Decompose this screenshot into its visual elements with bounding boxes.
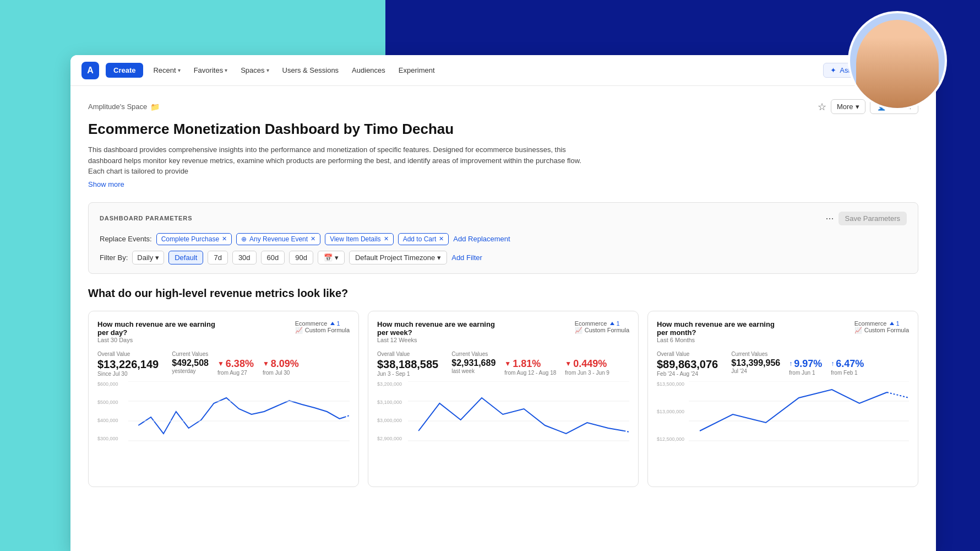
chart-badge: Ecommerce 1 [854,320,909,327]
overall-value: $13,226,149 [97,358,159,371]
calendar-button[interactable]: 📅 ▾ [318,251,345,264]
svg-marker-12 [890,322,894,325]
period-7d-button[interactable]: 7d [208,251,227,264]
show-more-link[interactable]: Show more [88,180,124,188]
svg-line-17 [887,392,909,398]
tag-remove-icon[interactable]: ✕ [439,235,444,242]
nav-item-users-sessions[interactable]: Users & Sessions [277,63,345,78]
logo: A [81,62,99,79]
formula-icon: 📈 [854,327,862,334]
chart-stats: Overall Value $13,226,149 Since Jul 30 C… [97,351,350,377]
chart-stats: Overall Value $38,188,585 Jun 3 - Sep 1 … [377,351,629,377]
chart-subtitle: Last 12 Weeks [377,337,498,343]
formula-icon: 📈 [295,327,303,334]
chevron-icon: ▾ [178,67,181,73]
y-axis: $13,500,000 $13,000,000 $12,500,000 [657,381,687,442]
chart-plot [689,381,909,444]
event-tag-add-to-cart[interactable]: Add to Cart ✕ [398,233,449,245]
stat-current: Current Values $492,508 yesterday ▼ 6.38… [172,351,299,376]
overall-value: $89,863,076 [657,358,718,371]
nav-item-favorites[interactable]: Favorites ▾ [188,63,233,78]
revenue-section-title: What do our high-level revenue metrics l… [88,287,918,300]
chart-formula: 📈 Custom Formula [295,327,350,334]
add-filter-button[interactable]: Add Filter [451,253,482,262]
star-button[interactable]: ☆ [818,101,826,113]
filter-icon: ⊕ [241,235,247,243]
chevron-down-icon: ▾ [155,253,159,262]
chart-badge: Ecommerce 1 [575,320,629,327]
delta-value: $492,508 [172,358,209,368]
chart-subtitle: Last 6 Months [657,337,778,343]
line-chart-svg [689,381,909,442]
svg-marker-0 [330,322,335,325]
event-tag-complete-purchase[interactable]: Complete Purchase ✕ [156,233,232,245]
chart-card-per-month: How much revenue are we earning per mont… [647,311,918,487]
granularity-select[interactable]: Daily ▾ [132,251,164,264]
line-chart-svg [128,381,350,442]
chart-badge: Ecommerce 1 [295,320,350,327]
chart-header: How much revenue are we earning per mont… [657,320,909,349]
event-tag-view-item[interactable]: View Item Details ✕ [325,233,393,245]
stat-overall: Overall Value $89,863,076 Feb '24 - Aug … [657,351,718,377]
chevron-down-icon: ▾ [335,253,339,262]
create-button[interactable]: Create [106,63,143,78]
nav-item-experiment[interactable]: Experiment [393,63,440,78]
period-90d-button[interactable]: 90d [289,251,313,264]
folder-icon: 📁 [150,102,160,111]
params-actions: ··· Save Parameters [826,212,907,225]
stat-overall: Overall Value $13,226,149 Since Jul 30 [97,351,159,377]
add-replacement-button[interactable]: Add Replacement [453,235,510,243]
page-title: Ecommerce Monetization Dashboard by Timo… [88,121,918,138]
chart-subtitle: Last 30 Days [97,337,219,343]
chart-area: $3,200,000 $3,100,000 $3,000,000 $2,900,… [377,381,629,444]
sparkle-icon: ✦ [830,66,836,74]
period-default-button[interactable]: Default [168,251,203,264]
delta-value: $13,399,956 [731,358,780,368]
replace-events-row: Replace Events: Complete Purchase ✕ ⊕ An… [100,233,907,245]
delta-pct-2: ▼ 0.449% [565,358,609,370]
params-menu-button[interactable]: ··· [826,213,834,224]
chart-formula: 📈 Custom Formula [854,327,909,334]
stat-overall: Overall Value $38,188,585 Jun 3 - Sep 1 [377,351,438,377]
period-60d-button[interactable]: 60d [261,251,285,264]
delta-pct-2: ↑ 6.47% [831,358,864,370]
stat-current: Current Values $2,931,689 last week ▼ 1.… [451,351,609,376]
event-tag-any-revenue[interactable]: ⊕ Any Revenue Event ✕ [236,233,320,245]
arrow-down-icon: ▼ [504,360,511,368]
breadcrumb: Amplitude's Space 📁 ☆ More ▾ 👤 Subs... [88,99,918,114]
chart-title: How much revenue are we earning per week… [377,320,498,337]
tag-remove-icon[interactable]: ✕ [384,235,389,242]
chart-area: $13,500,000 $13,000,000 $12,500,000 [657,381,909,444]
calendar-icon: 📅 [324,253,333,262]
chevron-icon: ▾ [225,67,227,73]
params-header: DASHBOARD PARAMETERS ··· Save Parameters [100,212,907,225]
chart-card-per-day: How much revenue are we earning per day?… [88,311,359,487]
chart-card-per-week: How much revenue are we earning per week… [368,311,639,487]
save-params-button[interactable]: Save Parameters [839,212,907,225]
period-30d-button[interactable]: 30d [232,251,257,264]
tag-remove-icon[interactable]: ✕ [311,235,315,242]
chevron-down-icon: ▾ [437,253,441,262]
chart-plot [128,381,350,444]
line-chart-svg [408,381,629,442]
nav-item-recent[interactable]: Recent ▾ [148,63,186,78]
svg-line-1 [345,415,350,417]
filter-by-label: Filter By: [100,253,128,262]
nav-item-audiences[interactable]: Audiences [346,63,391,78]
timezone-select[interactable]: Default Project Timezone ▾ [349,251,447,264]
tag-remove-icon[interactable]: ✕ [222,235,227,242]
overall-value: $38,188,585 [377,358,438,371]
nav-item-spaces[interactable]: Spaces ▾ [235,63,274,78]
stat-current: Current Values $13,399,956 Jul '24 ↑ 9.9… [731,351,864,376]
chart-header: How much revenue are we earning per day?… [97,320,350,349]
svg-line-11 [624,431,629,432]
delta-pct-2: ▼ 8.09% [263,358,299,370]
arrow-up-icon: ↑ [831,360,834,368]
replace-events-label: Replace Events: [100,235,152,243]
chart-plot [408,381,629,444]
y-axis: $600,000 $500,000 $400,000 $300,000 [97,381,126,442]
chart-area: $600,000 $500,000 $400,000 $300,000 [97,381,350,444]
chevron-icon: ▾ [266,67,269,73]
chart-title: How much revenue are we earning per mont… [657,320,778,337]
formula-icon: 📈 [575,327,582,334]
